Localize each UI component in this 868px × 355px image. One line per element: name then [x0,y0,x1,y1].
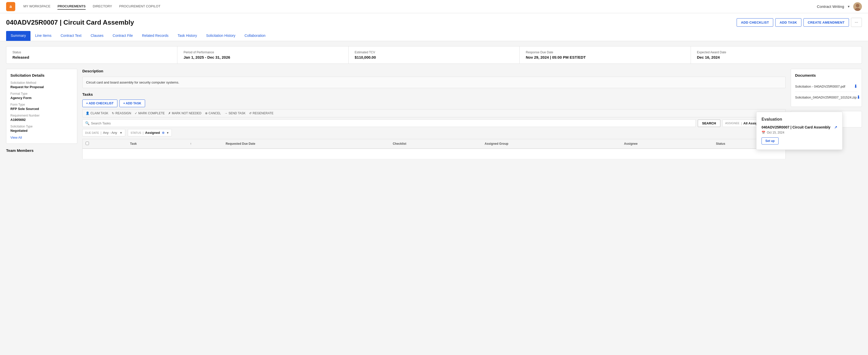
external-link-icon[interactable]: ↗ [834,125,837,129]
solicitation-type-field: Solicitation Type Negotiated [10,125,73,133]
setup-button[interactable]: Set up [762,137,779,144]
tab-solicitation-history[interactable]: Solicitation History [202,31,240,41]
tab-line-items[interactable]: Line Items [30,31,56,41]
appian-logo[interactable]: a [6,2,15,11]
format-type-label: Format Type [10,92,73,95]
tasks-add-checklist-button[interactable]: + ADD CHECKLIST [82,100,117,107]
content-grid: Solicitation Details Solicitation Method… [6,69,862,159]
th-checklist: Checklist [390,139,482,149]
send-icon: → [224,111,227,115]
due-date-label: DUE DATE [85,131,99,134]
nav-right: Contract Writing ▼ [817,2,862,11]
top-nav: a MY WORKSPACE PROCUREMENTS DIRECTORY PR… [0,0,868,13]
tab-contract-file[interactable]: Contract File [108,31,137,41]
filter-row: DUE DATE | Any - Any ▼ STATUS | Assigned… [82,129,786,136]
tab-task-history[interactable]: Task History [173,31,202,41]
claim-task-button[interactable]: 👤 CLAIM TASK [86,111,108,115]
description-text: Circuit card and board assembly for secu… [82,77,786,88]
tab-related-records[interactable]: Related Records [137,31,173,41]
tasks-actions-bar: 👤 CLAIM TASK ↻ REASSIGN ✓ MARK COMPLETE … [82,109,786,117]
award-label: Expected Award Date [697,51,856,54]
requirement-number-label: Requirement Number [10,114,73,117]
status-plus-icon[interactable]: ⊕ [162,131,165,135]
mark-complete-button[interactable]: ✓ MARK COMPLETE [135,111,165,115]
tab-contract-text[interactable]: Contract Text [56,31,86,41]
status-value: Released [12,55,171,59]
status-chevron-icon[interactable]: ▼ [166,131,169,134]
tasks-table: Task ↑ Requested Due Date Checklist Assi… [82,139,786,159]
status-filter[interactable]: STATUS | Assigned ⊕ ▼ [128,129,172,136]
nav-procurements[interactable]: PROCUREMENTS [57,3,86,10]
page-title-row: 040ADV25R0007 | Circuit Card Assembly AD… [6,18,862,27]
format-type-value: Agency Form [10,96,73,100]
eval-contract-ref: 040ADV25R0007 | Circuit Card Assembly ↗ [762,125,837,129]
select-all-checkbox[interactable] [86,142,89,145]
table-empty-row [83,149,786,159]
regenerate-button[interactable]: ↺ REGENERATE [249,111,273,115]
documents-title: Documents [795,73,858,77]
send-task-button[interactable]: → SEND TASK [224,111,245,115]
evaluation-popup: Evaluation 040ADV25R0007 | Circuit Card … [756,112,843,150]
solicitation-type-label: Solicitation Type [10,125,73,128]
team-members-section: Team Members [6,148,77,153]
cancel-icon: ⊗ [205,111,208,115]
status-label: Status [12,51,171,54]
main-content: Status Released Period of Performance Ja… [0,41,868,164]
create-amendment-button[interactable]: CREATE AMENDMENT [803,18,849,27]
status-filter-value: Assigned [145,131,160,135]
requirement-number-field: Requirement Number A1905692 [10,114,73,122]
format-type-field: Format Type Agency Form [10,92,73,100]
form-type-label: Form Type [10,103,73,106]
solicitation-details-title: Solicitation Details [10,73,73,77]
page-header: 040ADV25R0007 | Circuit Card Assembly AD… [0,13,868,41]
period-label: Period of Performance [183,51,342,54]
view-all-link[interactable]: View All [10,136,73,139]
checkmark-icon: ✓ [135,111,137,115]
nav-left: a MY WORKSPACE PROCUREMENTS DIRECTORY PR… [6,2,160,11]
description-title: Description [82,69,786,73]
download-icon-0[interactable]: ⬇ [854,84,858,89]
tcv-label: Estimated TCV [355,51,513,54]
more-options-button[interactable]: ··· [851,18,862,27]
mark-not-needed-button[interactable]: ✗ MARK NOT NEEDED [168,111,201,115]
cross-icon: ✗ [168,111,171,115]
table-header-row: Task ↑ Requested Due Date Checklist Assi… [83,139,786,149]
tasks-toolbar: + ADD CHECKLIST + ADD TASK [82,100,786,107]
nav-procurement-copilot[interactable]: PROCUREMENT COPILOT [119,3,160,10]
response-value: Nov 29, 2024 | 05:00 PM EST/EDT [526,55,684,59]
solicitation-details-card: Solicitation Details Solicitation Method… [6,69,77,144]
search-input[interactable] [91,121,693,125]
tasks-add-task-button[interactable]: + ADD TASK [119,100,145,107]
due-date-filter[interactable]: DUE DATE | Any - Any ▼ [82,129,125,136]
cancel-button[interactable]: ⊗ CANCEL [205,111,221,115]
th-sort[interactable]: ↑ [187,139,223,149]
tab-collaboration[interactable]: Collaboration [240,31,270,41]
status-cell-award: Expected Award Date Dec 16, 2024 [691,46,862,63]
search-button[interactable]: SEARCH [698,120,720,127]
tcv-value: $110,000.00 [355,55,513,59]
status-cell-response: Response Due Date Nov 29, 2024 | 05:00 P… [520,46,691,63]
tasks-title: Tasks [82,92,786,96]
download-icon-1[interactable]: ⬇ [857,94,860,100]
search-input-wrap: 🔍 [82,119,696,127]
svg-point-1 [856,4,859,7]
page-title: 040ADV25R0007 | Circuit Card Assembly [6,19,134,26]
status-cell-period: Period of Performance Jan 1, 2025 - Dec … [177,46,348,63]
th-assigned-group: Assigned Group [482,139,621,149]
tab-clauses[interactable]: Clauses [86,31,108,41]
tasks-section: Tasks + ADD CHECKLIST + ADD TASK 👤 CLAIM… [82,92,786,159]
nav-directory[interactable]: DIRECTORY [93,3,112,10]
due-date-chevron-icon[interactable]: ▼ [120,131,122,134]
requirement-number-value: A1905692 [10,118,73,122]
avatar[interactable] [853,2,862,11]
tab-summary[interactable]: Summary [6,31,30,41]
left-col: Solicitation Details Solicitation Method… [6,69,77,156]
reassign-button[interactable]: ↻ REASSIGN [112,111,131,115]
th-checkbox [83,139,127,149]
add-task-button[interactable]: ADD TASK [775,18,801,27]
workspace-caret-icon[interactable]: ▼ [847,5,850,8]
nav-my-workspace[interactable]: MY WORKSPACE [23,3,50,10]
page-title-actions: ADD CHECKLIST ADD TASK CREATE AMENDMENT … [737,18,862,27]
add-checklist-button[interactable]: ADD CHECKLIST [737,18,773,27]
due-date-value: Any - Any [103,131,117,135]
